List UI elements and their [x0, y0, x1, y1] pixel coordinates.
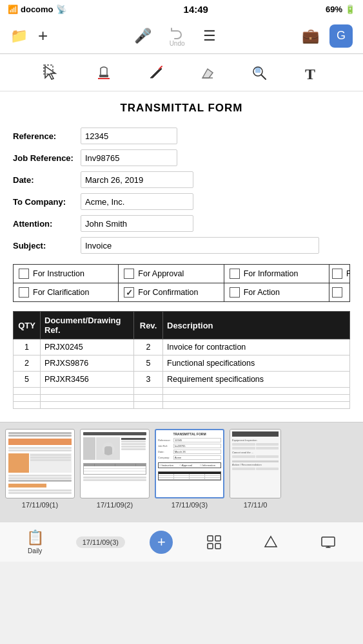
table-row: 5 PRJXR3456 3 Requirement specifications	[14, 372, 350, 388]
nav-tab-pill[interactable]: 17/11/09(3)	[76, 536, 125, 548]
daily-label: Daily	[28, 547, 42, 554]
reference-label: Reference:	[13, 131, 81, 141]
highlight-tool[interactable]	[248, 61, 271, 84]
col4-row2-checkbox[interactable]	[332, 287, 342, 298]
thumb-label-1: 17/11/09(1)	[22, 501, 58, 509]
status-bar: 📶 docomo 📡 14:49 69% 🔋	[0, 0, 363, 18]
rev-cell	[134, 395, 163, 402]
for-information-cell: For Information	[224, 265, 329, 283]
desc-cell: Requirement specifications	[163, 372, 350, 388]
for-clarification-cell: For Clarification	[14, 283, 119, 301]
eraser-tool[interactable]	[196, 61, 219, 84]
rev-cell	[134, 388, 163, 395]
pen-tool[interactable]	[144, 61, 167, 84]
app-icon[interactable]: G	[329, 24, 353, 48]
checkbox-row-1: For Instruction For Approval For Informa…	[14, 265, 350, 283]
thumb-img-1[interactable]	[5, 429, 75, 498]
battery-icon: 🔋	[345, 5, 355, 14]
for-instruction-checkbox[interactable]	[19, 269, 29, 279]
thumbnail-1[interactable]: 17/11/09(1)	[5, 429, 75, 509]
col4-row1-label: F	[346, 269, 350, 278]
thumb-img-4[interactable]: Equipment Inspection Cannot read the ...…	[230, 429, 281, 498]
qty-cell: 1	[14, 339, 41, 355]
qty-cell: 2	[14, 355, 41, 372]
thumb-label-3: 17/11/09(3)	[172, 501, 208, 509]
for-clarification-checkbox[interactable]	[19, 287, 29, 298]
job-reference-row: Job Reference:	[13, 149, 350, 166]
nav-grid[interactable]	[198, 534, 230, 551]
subject-input[interactable]	[81, 237, 319, 254]
rev-cell	[134, 402, 163, 409]
thumb-img-2[interactable]	[80, 429, 150, 498]
undo-button[interactable]: Undo	[170, 24, 185, 47]
folder-icon[interactable]: 📁	[10, 28, 28, 44]
nav-shape[interactable]	[255, 534, 287, 551]
document-area: TRANSMITTAL FORM Reference: Job Referenc…	[0, 91, 363, 422]
annotation-toolbar: T	[0, 54, 363, 91]
checkbox-row-2: For Clarification ✓ For Confirmation For…	[14, 283, 350, 301]
add-icon[interactable]: +	[38, 26, 48, 46]
desc-cell	[163, 388, 350, 395]
to-company-row: To Company:	[13, 193, 350, 210]
desc-cell: Invoice for contraction	[163, 339, 350, 355]
for-approval-checkbox[interactable]	[124, 269, 134, 279]
ref-cell	[41, 388, 134, 395]
microphone-icon[interactable]: 🎤	[134, 28, 152, 44]
col4-row1-checkbox[interactable]	[332, 269, 342, 279]
signal-icon: 📶	[8, 5, 18, 14]
thumbnails-bar: 17/11/09(1)	[0, 422, 363, 522]
qty-cell	[14, 388, 41, 395]
table-row: 2 PRJXS9876 5 Functional specifications	[14, 355, 350, 372]
to-company-label: To Company:	[13, 197, 81, 207]
attention-row: Attention:	[13, 215, 350, 232]
main-toolbar: 📁 + 🎤 Undo ☰ 💼 G	[0, 18, 363, 54]
svg-rect-12	[215, 544, 221, 549]
qty-header: QTY	[14, 312, 41, 339]
svg-rect-7	[255, 68, 260, 73]
checkmark: ✓	[126, 288, 133, 298]
rev-cell: 5	[134, 355, 163, 372]
thumb-label-4: 17/11/0	[244, 501, 268, 509]
date-input[interactable]	[81, 171, 193, 188]
thumbnail-4[interactable]: Equipment Inspection Cannot read the ...…	[230, 429, 281, 509]
date-row: Date:	[13, 171, 350, 188]
stamp-tool[interactable]	[92, 61, 115, 84]
data-table: QTY Document/Drawing Ref. Rev. Descripti…	[13, 311, 350, 409]
for-action-checkbox[interactable]	[230, 287, 240, 298]
svg-rect-9	[208, 536, 213, 541]
rev-cell: 2	[134, 339, 163, 355]
for-information-checkbox[interactable]	[230, 269, 240, 279]
thumb-label-2: 17/11/09(2)	[97, 501, 133, 509]
thumbnail-2[interactable]: 17/11/09(2)	[80, 429, 150, 509]
date-label: Date:	[13, 175, 81, 185]
table-row	[14, 395, 350, 402]
table-row	[14, 388, 350, 395]
briefcase-icon[interactable]: 💼	[302, 28, 319, 44]
table-row	[14, 402, 350, 409]
nav-daily[interactable]: 📋 Daily	[19, 529, 51, 554]
svg-text:T: T	[305, 66, 315, 82]
for-confirmation-checkbox[interactable]: ✓	[124, 287, 134, 298]
wifi-icon: 📡	[56, 5, 66, 14]
subject-row: Subject:	[13, 237, 350, 254]
checkbox-section: For Instruction For Approval For Informa…	[13, 264, 350, 302]
reference-input[interactable]	[81, 128, 177, 144]
add-page-button[interactable]: +	[150, 531, 173, 554]
status-left: 📶 docomo 📡	[8, 5, 66, 14]
to-company-input[interactable]	[81, 193, 193, 210]
selection-tool[interactable]	[40, 61, 63, 84]
desc-cell	[163, 395, 350, 402]
thumb-img-3[interactable]: TRANSMITTAL FORM Reference:12345 Job Ref…	[155, 429, 224, 498]
undo-label: Undo	[170, 40, 185, 47]
nav-screen[interactable]	[312, 534, 344, 551]
toolbar-left: 📁 +	[10, 26, 48, 46]
menu-icon[interactable]: ☰	[203, 28, 216, 44]
for-approval-label: For Approval	[138, 269, 184, 278]
book-icon: 📋	[26, 529, 44, 546]
subject-label: Subject:	[13, 241, 81, 251]
qty-cell: 5	[14, 372, 41, 388]
attention-input[interactable]	[81, 215, 193, 232]
thumbnail-3[interactable]: TRANSMITTAL FORM Reference:12345 Job Ref…	[155, 429, 224, 509]
job-reference-input[interactable]	[81, 149, 177, 166]
text-tool[interactable]: T	[300, 61, 323, 84]
